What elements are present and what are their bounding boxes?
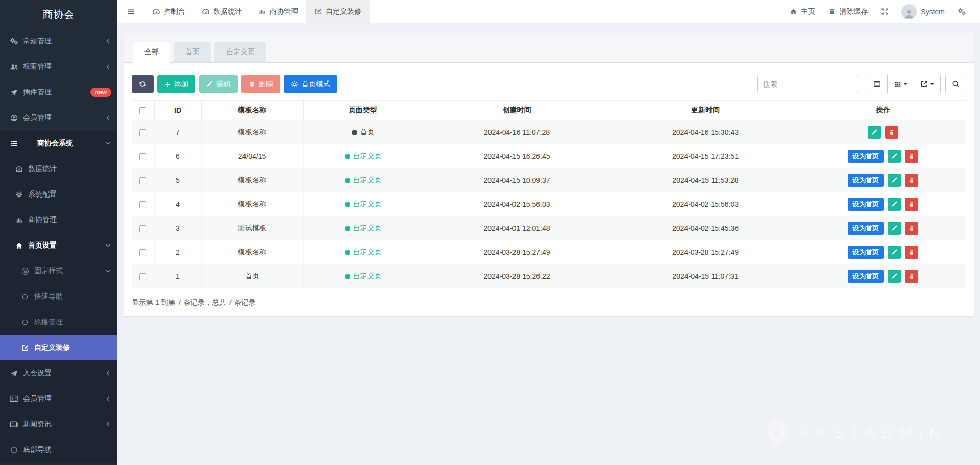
column-header-name[interactable]: 模板名称	[201, 101, 303, 120]
plus-icon	[164, 81, 170, 87]
row-delete-button[interactable]	[905, 270, 918, 283]
cell-id: 2	[154, 240, 201, 264]
detail-view-icon	[873, 80, 881, 88]
row-delete-button[interactable]	[905, 246, 918, 259]
row-delete-button[interactable]	[905, 174, 918, 187]
row-checkbox[interactable]	[139, 273, 146, 280]
edit-button[interactable]: 编辑	[199, 75, 238, 93]
tab-all[interactable]: 全部	[133, 42, 170, 63]
sidebar-item-addon[interactable]: 插件管理 new	[0, 80, 117, 105]
fullscreen-button[interactable]	[874, 0, 895, 23]
gauge-icon	[14, 165, 24, 173]
row-edit-button[interactable]	[888, 198, 901, 211]
home-link[interactable]: 主页	[783, 0, 822, 23]
row-delete-button[interactable]	[905, 198, 918, 211]
page-type-dot	[345, 250, 350, 255]
cell-page-type: 自定义页	[303, 216, 423, 240]
clear-cache-button[interactable]: 清除缓存	[822, 0, 874, 23]
refresh-icon	[139, 80, 146, 88]
user-menu[interactable]: System	[895, 0, 951, 23]
clear-cache-label: 清除缓存	[839, 7, 868, 16]
sidebar-item-system[interactable]: 商协会系统	[0, 131, 117, 156]
row-checkbox[interactable]	[139, 201, 146, 208]
select-all-header[interactable]	[132, 101, 154, 120]
pencil-icon	[206, 81, 213, 87]
set-home-button[interactable]: 设为首页	[848, 198, 884, 211]
column-header-id[interactable]: ID	[154, 101, 201, 120]
sidebar-item-label: 新闻资讯	[23, 420, 52, 429]
row-checkbox[interactable]	[139, 129, 146, 136]
row-edit-button[interactable]	[888, 150, 901, 163]
row-checkbox[interactable]	[139, 177, 146, 184]
row-edit-button[interactable]	[888, 270, 901, 283]
set-home-button[interactable]: 设为首页	[848, 150, 884, 163]
sidebar-item-member-manage[interactable]: 会员管理	[0, 386, 117, 411]
sidebar-item-member[interactable]: 会员管理	[0, 105, 117, 131]
refresh-button[interactable]	[132, 75, 154, 93]
sidebar-item-home-settings[interactable]: 首页设置	[0, 233, 117, 258]
tab-custom-page[interactable]: 自定义页	[214, 42, 266, 62]
cell-actions: 设为首页	[800, 240, 966, 264]
search-toggle-button[interactable]	[945, 75, 966, 93]
row-edit-button[interactable]	[888, 246, 901, 259]
row-delete-button[interactable]	[905, 222, 918, 235]
add-button[interactable]: 添加	[157, 75, 195, 93]
chevron-left-icon	[106, 39, 110, 44]
trash-icon	[889, 129, 895, 136]
sidebar-item-sys-config[interactable]: 系统配置	[0, 182, 117, 207]
columns-button[interactable]	[888, 75, 914, 93]
cell-page-type: 自定义页	[303, 168, 423, 192]
settings-button[interactable]	[951, 0, 973, 23]
column-header-actions[interactable]: 操作	[800, 101, 966, 120]
sidebar-item-custom-decor[interactable]: 自定义装修	[0, 335, 117, 360]
row-edit-button[interactable]	[888, 222, 901, 235]
sidebar-item-auth[interactable]: 权限管理	[0, 54, 117, 80]
select-all-checkbox[interactable]	[139, 107, 146, 114]
set-home-button[interactable]: 设为首页	[848, 246, 884, 259]
pencil-icon	[891, 225, 897, 231]
tab-home[interactable]: 首页	[174, 42, 211, 62]
table-row: 7 模板名称 首页 2024-04-16 11:07:28 2024-04-16…	[132, 120, 966, 144]
table-row: 1 首页 自定义页 2024-03-28 15:26:22 2024-04-15…	[132, 264, 966, 288]
row-delete-button[interactable]	[905, 150, 918, 163]
row-edit-button[interactable]	[868, 126, 881, 139]
sidebar-item-carousel[interactable]: 轮播管理	[0, 309, 117, 335]
delete-button[interactable]: 删除	[241, 75, 280, 93]
edit-icon	[314, 8, 322, 15]
set-home-button[interactable]: 设为首页	[848, 222, 884, 235]
pencil-icon	[891, 249, 897, 255]
sidebar-item-join-settings[interactable]: 入会设置	[0, 360, 117, 386]
sidebar-item-data-stats[interactable]: 数据统计	[0, 156, 117, 182]
sidebar-item-quick-nav[interactable]: 快速导航	[0, 284, 117, 309]
nav-tab-console[interactable]: 控制台	[144, 0, 193, 23]
export-button[interactable]	[914, 75, 941, 93]
cell-id: 6	[154, 144, 201, 168]
row-checkbox[interactable]	[139, 225, 146, 232]
set-home-button[interactable]: 设为首页	[848, 270, 884, 283]
sidebar-item-assoc-manage[interactable]: 商协管理	[0, 207, 117, 233]
sidebar-toggle-button[interactable]	[117, 0, 144, 23]
pencil-icon	[891, 177, 897, 183]
column-header-updated[interactable]: 更新时间	[611, 101, 800, 120]
column-header-type[interactable]: 页面类型	[303, 101, 423, 120]
row-checkbox[interactable]	[139, 249, 146, 256]
set-home-button[interactable]: 设为首页	[848, 174, 884, 187]
sidebar-item-fixed-style[interactable]: 固定样式	[0, 258, 117, 284]
sidebar-item-general[interactable]: 常规管理	[0, 29, 117, 54]
chevron-left-icon	[106, 422, 110, 427]
nav-tab-custom-decor[interactable]: 自定义装修	[306, 0, 370, 23]
nav-tab-assoc-manage[interactable]: 商协管理	[250, 0, 306, 23]
column-header-created[interactable]: 创建时间	[423, 101, 611, 120]
search-input[interactable]	[757, 75, 857, 93]
sidebar-item-footer-nav[interactable]: 底部导航	[0, 437, 117, 462]
home-mode-button[interactable]: 首页模式	[284, 75, 337, 93]
sidebar-item-news[interactable]: 新闻资讯	[0, 411, 117, 437]
row-edit-button[interactable]	[888, 174, 901, 187]
page-type-label: 自定义页	[353, 152, 382, 161]
nav-tab-data-stats[interactable]: 数据统计	[193, 0, 250, 23]
detail-view-button[interactable]	[867, 75, 888, 93]
cell-actions: 设为首页	[800, 192, 966, 216]
row-checkbox[interactable]	[139, 153, 146, 160]
cell-actions: 设为首页	[800, 168, 966, 192]
row-delete-button[interactable]	[885, 126, 898, 139]
